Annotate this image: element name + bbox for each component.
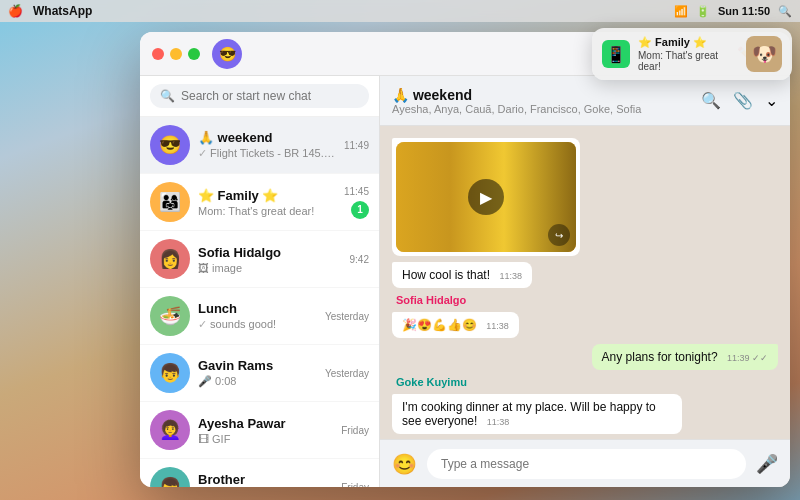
notification-banner[interactable]: 📱 ⭐ Family ⭐ Mom: That's great dear! 🐶 xyxy=(592,28,792,80)
forward-button[interactable]: ↪ xyxy=(548,224,570,246)
message-bubble-how-cool: How cool is that! 11:38 xyxy=(392,262,532,288)
message-plans: Any plans for tonight? 11:39 ✓✓ xyxy=(592,344,778,370)
titlebar-avatar: 😎 xyxy=(212,39,242,69)
sidebar-search: 🔍 xyxy=(140,76,379,117)
video-thumbnail[interactable]: ▶ ↪ xyxy=(396,142,576,252)
chat-item-weekend[interactable]: 😎 🙏 weekend ✓ Flight Tickets - BR 145.pd… xyxy=(140,117,379,174)
minimize-button[interactable] xyxy=(170,48,182,60)
chat-item-family[interactable]: 👨‍👩‍👧 ⭐ Family ⭐ Mom: That's great dear!… xyxy=(140,174,379,231)
emoji-content: 🎉😍💪👍😊 xyxy=(402,318,477,332)
chat-preview-family: Mom: That's great dear! xyxy=(198,205,336,217)
chat-item-lunch[interactable]: 🍜 Lunch ✓ sounds good! Yesterday xyxy=(140,288,379,345)
chat-meta-family: 11:45 1 xyxy=(344,186,369,219)
notification-avatar: 🐶 xyxy=(746,36,782,72)
chat-avatar-gavin: 👦 xyxy=(150,353,190,393)
wifi-icon: 📶 xyxy=(674,5,688,18)
chat-header-info: 🙏 weekend Ayesha, Anya, Cauã, Dario, Fra… xyxy=(392,87,691,115)
emoji-picker-icon[interactable]: 😊 xyxy=(392,452,417,476)
chat-time-gavin: Yesterday xyxy=(325,368,369,379)
chat-name-ayesha: Ayesha Pawar xyxy=(198,416,333,431)
chat-info-gavin: Gavin Rams 🎤 0:08 xyxy=(198,358,317,388)
chat-preview-weekend: ✓ Flight Tickets - BR 145.pdf xyxy=(198,147,336,160)
chat-input-bar: 😊 🎤 xyxy=(380,439,790,487)
chat-preview-sofia: 🖼 image xyxy=(198,262,342,274)
chat-time-brother: Friday xyxy=(341,482,369,488)
message-video: ▶ ↪ xyxy=(392,138,580,256)
chat-time-weekend: 11:49 xyxy=(344,140,369,151)
chat-preview-gavin: 🎤 0:08 xyxy=(198,375,317,388)
search-input-wrap[interactable]: 🔍 xyxy=(150,84,369,108)
attach-icon[interactable]: 📎 xyxy=(733,91,753,110)
search-chat-icon[interactable]: 🔍 xyxy=(701,91,721,110)
traffic-lights xyxy=(152,48,200,60)
menubar-left: 🍎 WhatsApp xyxy=(8,4,92,18)
chat-name-brother: Brother xyxy=(198,472,333,487)
maximize-button[interactable] xyxy=(188,48,200,60)
chat-name-lunch: Lunch xyxy=(198,301,317,316)
chat-name-gavin: Gavin Rams xyxy=(198,358,317,373)
more-icon[interactable]: ⌄ xyxy=(765,91,778,110)
chat-avatar-sofia: 👩 xyxy=(150,239,190,279)
message-time-plans: 11:39 ✓✓ xyxy=(727,353,768,363)
clock: Sun 11:50 xyxy=(718,5,770,17)
search-icon: 🔍 xyxy=(160,89,175,103)
search-input[interactable] xyxy=(181,89,359,103)
whatsapp-window: 😎 ✏️ ⌄ 🔍 😎 xyxy=(140,32,790,487)
chat-item-sofia[interactable]: 👩 Sofia Hidalgo 🖼 image 9:42 xyxy=(140,231,379,288)
chat-item-gavin[interactable]: 👦 Gavin Rams 🎤 0:08 Yesterday xyxy=(140,345,379,402)
chat-list: 😎 🙏 weekend ✓ Flight Tickets - BR 145.pd… xyxy=(140,117,379,487)
chat-avatar-brother: 👦 xyxy=(150,467,190,487)
chat-time-family: 11:45 xyxy=(344,186,369,197)
chat-header-name: 🙏 weekend xyxy=(392,87,691,103)
chat-meta-brother: Friday xyxy=(341,482,369,488)
notification-body: ⭐ Family ⭐ Mom: That's great dear! xyxy=(638,36,738,72)
chat-avatar-lunch: 🍜 xyxy=(150,296,190,336)
sidebar: 🔍 😎 🙏 weekend ✓ Flight Tickets - BR 145.… xyxy=(140,76,380,487)
chat-meta-lunch: Yesterday xyxy=(325,311,369,322)
message-bubble-emojis: 🎉😍💪👍😊 11:38 xyxy=(392,312,519,338)
message-how-cool: How cool is that! 11:38 xyxy=(392,262,532,288)
sender-label-sofia: Sofia Hidalgo xyxy=(392,294,466,306)
close-button[interactable] xyxy=(152,48,164,60)
menubar: 🍎 WhatsApp 📶 🔋 Sun 11:50 🔍 xyxy=(0,0,800,22)
chat-name-weekend: 🙏 weekend xyxy=(198,130,336,145)
chat-header-members: Ayesha, Anya, Cauã, Dario, Francisco, Go… xyxy=(392,103,691,115)
battery-icon: 🔋 xyxy=(696,5,710,18)
chat-name-sofia: Sofia Hidalgo xyxy=(198,245,342,260)
message-input[interactable] xyxy=(427,449,746,479)
chat-meta-ayesha: Friday xyxy=(341,425,369,436)
chat-header: 🙏 weekend Ayesha, Anya, Cauã, Dario, Fra… xyxy=(380,76,790,126)
chat-avatar-ayesha: 👩‍🦱 xyxy=(150,410,190,450)
play-button[interactable]: ▶ xyxy=(468,179,504,215)
message-bubble-plans: Any plans for tonight? 11:39 ✓✓ xyxy=(592,344,778,370)
chat-info-brother: Brother 😂 xyxy=(198,472,333,487)
notification-app-icon: 📱 xyxy=(602,40,630,68)
chat-info-sofia: Sofia Hidalgo 🖼 image xyxy=(198,245,342,274)
chat-avatar-family: 👨‍👩‍👧 xyxy=(150,182,190,222)
chat-info-lunch: Lunch ✓ sounds good! xyxy=(198,301,317,331)
chat-time-lunch: Yesterday xyxy=(325,311,369,322)
chat-badge-family: 1 xyxy=(351,201,369,219)
sender-label-goke: Goke Kuyimu xyxy=(392,376,467,388)
apple-menu[interactable]: 🍎 xyxy=(8,4,23,18)
wa-body: 🔍 😎 🙏 weekend ✓ Flight Tickets - BR 145.… xyxy=(140,76,790,487)
chat-area: 🙏 weekend Ayesha, Anya, Cauã, Dario, Fra… xyxy=(380,76,790,487)
notification-message: Mom: That's great dear! xyxy=(638,50,738,72)
chat-info-family: ⭐ Family ⭐ Mom: That's great dear! xyxy=(198,188,336,217)
message-time-cooking: 11:38 xyxy=(487,417,510,427)
chat-meta-gavin: Yesterday xyxy=(325,368,369,379)
mic-icon[interactable]: 🎤 xyxy=(756,453,778,475)
search-menubar-icon[interactable]: 🔍 xyxy=(778,5,792,18)
message-time-emojis: 11:38 xyxy=(486,321,509,331)
notification-title: ⭐ Family ⭐ xyxy=(638,36,738,49)
desktop: 🍎 WhatsApp 📶 🔋 Sun 11:50 🔍 📱 ⭐ Family ⭐ … xyxy=(0,0,800,500)
messages: ▶ ↪ How cool is that! 11:38 Sofia H xyxy=(380,126,790,439)
chat-meta-sofia: 9:42 xyxy=(350,254,369,265)
chat-time-ayesha: Friday xyxy=(341,425,369,436)
chat-item-ayesha[interactable]: 👩‍🦱 Ayesha Pawar 🎞 GIF Friday xyxy=(140,402,379,459)
menubar-right: 📶 🔋 Sun 11:50 🔍 xyxy=(674,5,792,18)
chat-item-brother[interactable]: 👦 Brother 😂 Friday xyxy=(140,459,379,487)
message-emojis: 🎉😍💪👍😊 11:38 xyxy=(392,312,519,338)
chat-info-weekend: 🙏 weekend ✓ Flight Tickets - BR 145.pdf xyxy=(198,130,336,160)
message-time-how-cool: 11:38 xyxy=(499,271,522,281)
